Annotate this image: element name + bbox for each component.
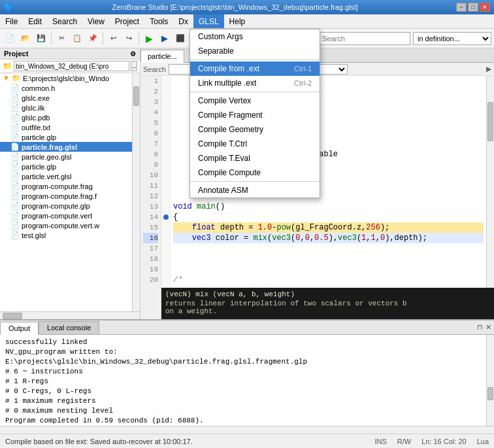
file-icon: 📄	[10, 113, 20, 122]
glsl-menu-compile-tctrl[interactable]: Compile T.Ctrl	[190, 137, 320, 151]
toolbar-sep-1	[51, 32, 52, 45]
menu-project[interactable]: Project	[110, 14, 144, 28]
output-pin-btn[interactable]: ⊓	[477, 323, 483, 332]
glsl-menu-sep-3	[190, 181, 320, 182]
editor-tab-particle[interactable]: particle...	[140, 50, 184, 63]
tree-item-program-compute-vert-w[interactable]: 📄 program-compute.vert.w	[0, 220, 132, 230]
output-tab-output[interactable]: Output	[0, 322, 39, 335]
tree-item-glslc-pdb[interactable]: 📄 glslc.pdb	[0, 112, 132, 122]
toolbar-search-input[interactable]	[319, 32, 410, 45]
line-num-5: 5	[143, 118, 158, 128]
toolbar-stop-btn[interactable]: ⬛	[173, 31, 188, 46]
menu-dx[interactable]: Dx	[173, 14, 193, 28]
toolbar-sep-3	[139, 32, 139, 45]
folder-icon: 📁	[3, 61, 12, 71]
editor-arrow-btn[interactable]: ▶	[486, 65, 491, 73]
tree-item-particle-glp2[interactable]: 📄 particle.glp	[0, 162, 132, 171]
line-num-8: 8	[143, 149, 158, 160]
menu-search[interactable]: Search	[47, 14, 82, 28]
toolbar-redo-btn[interactable]: ↪	[122, 31, 136, 46]
toolbar-debug-btn[interactable]: ▶	[157, 31, 172, 46]
output-content-area: successfully linkedNV_gpu_program writte…	[0, 335, 494, 426]
output-h-scrollbar[interactable]	[0, 426, 494, 434]
close-button[interactable]: ✕	[480, 3, 490, 12]
project-browse-btn[interactable]: ...	[131, 61, 137, 71]
toolbar-open-btn[interactable]: 📂	[18, 31, 33, 46]
toolbar-undo-btn[interactable]: ↩	[106, 31, 120, 46]
minimize-button[interactable]: −	[456, 3, 467, 12]
glsl-menu-separable[interactable]: Separable	[190, 44, 320, 58]
tree-item-particle-vert-glsl[interactable]: 📄 particle.vert.glsl	[0, 171, 132, 181]
line-num-20: 20	[143, 275, 158, 285]
toolbar-cut-btn[interactable]: ✂	[54, 31, 69, 46]
toolbar-copy-btn[interactable]: 📋	[70, 31, 84, 46]
output-tab-local-console[interactable]: Local console	[39, 321, 99, 334]
tree-label: test.glsl	[22, 232, 46, 239]
line-num-10: 10	[143, 170, 158, 181]
code-line-13: void main()	[173, 201, 484, 212]
file-icon: 📄	[10, 94, 20, 102]
code-line-16: vec3 color = mix(vec3(0,0,0.5),vec3(1,1,…	[173, 233, 484, 243]
glsl-menu-compile-teval[interactable]: Compile T.Eval	[190, 151, 320, 165]
editor-v-scrollbar[interactable]	[486, 76, 494, 319]
tree-label: particle.geo.glsl	[22, 153, 71, 161]
line-num-7: 7	[143, 139, 158, 149]
line-num-13: 13	[143, 201, 158, 212]
toolbar-run-btn[interactable]: ▶	[142, 31, 156, 46]
project-path-input[interactable]	[14, 61, 129, 71]
output-line: # 0 maximum nesting level	[5, 406, 481, 416]
tree-item-glslc-exe[interactable]: 📄 glslc.exe	[0, 93, 132, 103]
tree-item-particle-frag-glsl[interactable]: 📄 particle.frag.glsl	[0, 142, 132, 152]
tree-item-program-compute-glp[interactable]: 📄 program-compute.glp	[0, 201, 132, 211]
menu-file[interactable]: File	[0, 14, 23, 28]
menu-tools[interactable]: Tools	[144, 14, 173, 28]
project-scrollbar[interactable]	[132, 73, 140, 311]
menu-edit[interactable]: Edit	[23, 14, 47, 28]
output-line: # 6 ~ instructions	[5, 367, 481, 377]
tree-item-glslc-ilk[interactable]: 📄 glslc.ilk	[0, 103, 132, 112]
tree-item-particle-geo-glsl[interactable]: 📄 particle.geo.glsl	[0, 152, 132, 162]
bp-15	[161, 222, 170, 233]
tree-label: glslc.ilk	[22, 104, 44, 112]
tree-item-program-compute-vert[interactable]: 📄 program-compute.vert	[0, 211, 132, 220]
glsl-menu-compile-fragment[interactable]: Compile Fragment	[190, 108, 320, 122]
output-close-btn[interactable]: ✕	[486, 323, 491, 332]
tree-item-test-glsl[interactable]: 📄 test.glsl	[0, 230, 132, 240]
bp-1	[161, 76, 170, 86]
glsl-menu-compile-vertex[interactable]: Compile Vertex	[190, 94, 320, 108]
line-num-12: 12	[143, 191, 158, 201]
bp-12	[161, 191, 170, 201]
tree-item-outfile-txt[interactable]: 📄 outfile.txt	[0, 122, 132, 132]
toolbar-new-btn[interactable]: 📄	[3, 31, 17, 46]
glsl-menu-compile-compute[interactable]: Compile Compute	[190, 165, 320, 180]
tree-label: common.h	[22, 84, 55, 92]
file-icon: 📄	[10, 103, 20, 112]
menu-glsl[interactable]: GLSL	[193, 14, 224, 28]
toolbar-paste-btn[interactable]: 📌	[86, 31, 100, 46]
menu-help[interactable]: Help	[224, 14, 251, 28]
tree-item-particle-glp[interactable]: 📄 particle.glp	[0, 132, 132, 142]
line-numbers: 1 2 3 4 5 6 7 8 9 10 11 12 13 14 15 16 1	[140, 76, 161, 319]
menu-view[interactable]: View	[82, 14, 110, 28]
bp-10	[161, 170, 170, 181]
maximize-button[interactable]: □	[468, 3, 478, 12]
toolbar-save-btn[interactable]: 💾	[34, 31, 48, 46]
glsl-menu-compile-geometry[interactable]: Compile Geometry	[190, 122, 320, 137]
line-num-18: 18	[143, 254, 158, 264]
glsl-menu-custom-args[interactable]: Custom Args	[190, 29, 320, 44]
status-message: Compile based on file ext: Saved auto-re…	[5, 438, 364, 445]
line-num-17: 17	[143, 243, 158, 254]
tree-item-root[interactable]: ▼ 📁 E:\projects\glslc\bin_Windo	[0, 73, 132, 83]
tree-item-common-h[interactable]: 📄 common.h	[0, 83, 132, 93]
tree-item-program-compute-frag[interactable]: 📄 program-compute.frag	[0, 181, 132, 191]
glsl-menu-link-multiple[interactable]: Link multiple .ext Ctrl-2	[190, 76, 320, 90]
project-h-scrollbar[interactable]	[0, 311, 140, 319]
tree-label: program-compute.vert.w	[22, 222, 99, 230]
output-v-scrollbar[interactable]	[486, 335, 494, 426]
file-icon: 📄	[10, 211, 20, 220]
tree-item-program-compute-frag-f[interactable]: 📄 program-compute.frag.f	[0, 191, 132, 201]
toolbar-search-scope[interactable]: in definition...	[413, 32, 491, 45]
tooltip-desc: returns linear interpolation of two scal…	[165, 300, 490, 307]
glsl-menu-annotate-asm[interactable]: Annotate ASM	[190, 183, 320, 198]
glsl-menu-compile-ext[interactable]: Compile from .ext Ctrl-1	[190, 61, 320, 76]
